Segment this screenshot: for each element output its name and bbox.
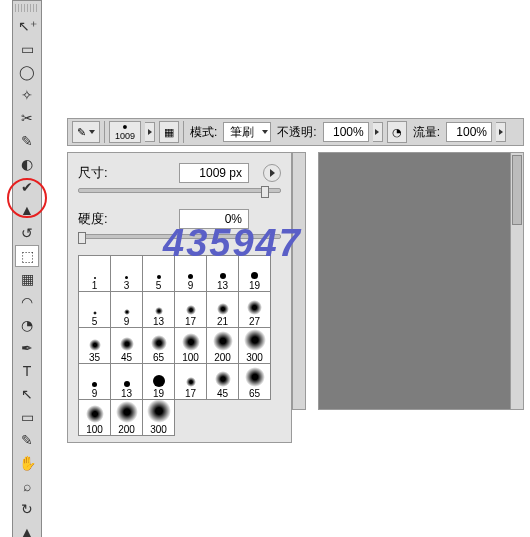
lasso-tool[interactable]: ◯ — [15, 61, 39, 83]
size-label: 尺寸: — [78, 164, 138, 182]
brush-preset[interactable]: 13 — [111, 364, 143, 400]
brush-preset[interactable]: 300 — [239, 328, 271, 364]
brush-preset[interactable]: 100 — [175, 328, 207, 364]
brush-preset[interactable]: 300 — [143, 400, 175, 436]
hardness-value[interactable]: 0% — [179, 209, 249, 229]
magic-wand-tool[interactable]: ✧ — [15, 84, 39, 106]
size-value[interactable]: 1009 px — [179, 163, 249, 183]
brush-preset[interactable]: 5 — [143, 256, 175, 292]
brush-options-panel: 尺寸: 1009 px 硬度: 0% 135913195913172127354… — [67, 152, 292, 443]
blur-tool[interactable]: ◠ — [15, 291, 39, 313]
brush-preset[interactable]: 9 — [175, 256, 207, 292]
brush-preset-grid-extra: 100200300 — [78, 399, 175, 436]
healing-brush-tool[interactable]: ◐ — [15, 153, 39, 175]
rotate-view-tool[interactable]: ↻ — [15, 498, 39, 520]
mode-select[interactable]: 筆刷 — [223, 122, 271, 142]
crop-tool[interactable]: ✂ — [15, 107, 39, 129]
options-bar: ✎ • 1009 ▦ 模式: 筆刷 不透明: 100% ◔ 流量: 100% — [67, 118, 524, 146]
mode-label: 模式: — [188, 124, 219, 141]
brush-preset[interactable]: 45 — [207, 364, 239, 400]
brush-preset[interactable]: 19 — [239, 256, 271, 292]
flow-value[interactable]: 100% — [446, 122, 492, 142]
path-selection-tool[interactable]: ↖ — [15, 383, 39, 405]
notes-tool[interactable]: ✎ — [15, 429, 39, 451]
brush-preset-grid: 1359131959131721273545651002003009131917… — [78, 255, 271, 400]
brush-preset[interactable]: 5 — [79, 292, 111, 328]
dodge-tool[interactable]: ◔ — [15, 314, 39, 336]
brush-preset[interactable]: 17 — [175, 364, 207, 400]
zoom-tool[interactable]: ⌕ — [15, 475, 39, 497]
brush-panel-toggle[interactable] — [145, 122, 155, 142]
opacity-value[interactable]: 100% — [323, 122, 369, 142]
size-slider[interactable] — [78, 187, 281, 199]
brush-preset[interactable]: 200 — [111, 400, 143, 436]
toolbox: ↖⁺▭◯✧✂✎◐✔▲↺⬚▦◠◔✒T↖▭✎✋⌕↻▲ ▭ — [12, 0, 42, 537]
hardness-slider[interactable] — [78, 233, 281, 245]
canvas-area[interactable] — [318, 152, 524, 410]
brush-preview-dropdown[interactable]: ✎ — [72, 121, 100, 143]
type-tool[interactable]: T — [15, 360, 39, 382]
opacity-label: 不透明: — [275, 124, 318, 141]
flow-label: 流量: — [411, 124, 442, 141]
brush-tool[interactable]: ✔ — [15, 176, 39, 198]
hardness-label: 硬度: — [78, 210, 138, 228]
brush-preset[interactable]: 13 — [207, 256, 239, 292]
brush-preset[interactable]: 13 — [143, 292, 175, 328]
pressure-opacity-icon[interactable]: ◔ — [387, 121, 407, 143]
panel-side-tab[interactable] — [292, 152, 306, 410]
vertical-scrollbar[interactable] — [510, 152, 524, 410]
pen-tool[interactable]: ✒ — [15, 337, 39, 359]
eraser-tool[interactable]: ⬚ — [15, 245, 39, 267]
rectangle-tool[interactable]: ▭ — [15, 406, 39, 428]
brush-preset[interactable]: 9 — [111, 292, 143, 328]
brush-preset[interactable]: 19 — [143, 364, 175, 400]
brush-preset[interactable]: 200 — [207, 328, 239, 364]
brush-preset[interactable]: 27 — [239, 292, 271, 328]
brush-preset[interactable]: 65 — [239, 364, 271, 400]
marquee-tool[interactable]: ▭ — [15, 38, 39, 60]
brush-preset[interactable]: 65 — [143, 328, 175, 364]
flyout-menu-button[interactable] — [263, 164, 281, 182]
brush-preset[interactable]: 3 — [111, 256, 143, 292]
history-brush-tool[interactable]: ↺ — [15, 222, 39, 244]
move-tool[interactable]: ↖⁺ — [15, 15, 39, 37]
eyedropper-tool[interactable]: ✎ — [15, 130, 39, 152]
panel-grip[interactable] — [15, 4, 39, 12]
3d-tool[interactable]: ▲ — [15, 521, 39, 537]
brush-preset[interactable]: 45 — [111, 328, 143, 364]
brush-preset[interactable]: 100 — [79, 400, 111, 436]
brush-preset[interactable]: 17 — [175, 292, 207, 328]
brush-preset[interactable]: 1 — [79, 256, 111, 292]
clone-stamp-tool[interactable]: ▲ — [15, 199, 39, 221]
hand-tool[interactable]: ✋ — [15, 452, 39, 474]
gradient-tool[interactable]: ▦ — [15, 268, 39, 290]
brush-preset[interactable]: 9 — [79, 364, 111, 400]
brush-preset[interactable]: 21 — [207, 292, 239, 328]
brush-panel-icon[interactable]: ▦ — [159, 121, 179, 143]
opacity-slider-toggle[interactable] — [373, 122, 383, 142]
brush-preset[interactable]: 35 — [79, 328, 111, 364]
brush-size-dropdown[interactable]: • 1009 — [109, 121, 141, 143]
flow-slider-toggle[interactable] — [496, 122, 506, 142]
